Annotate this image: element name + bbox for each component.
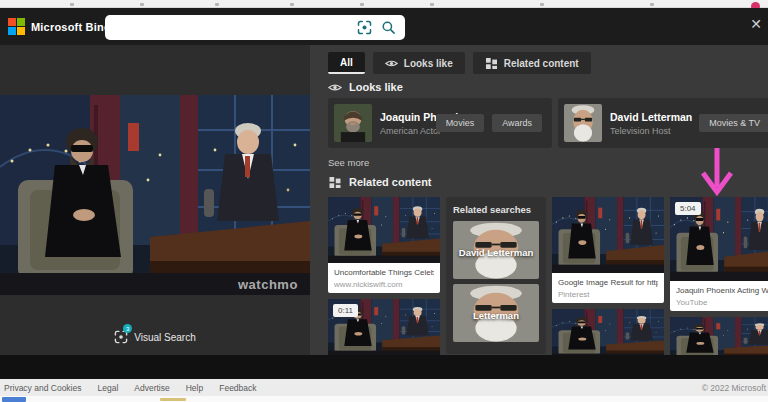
taskbar-item xyxy=(160,398,186,401)
browser-chrome-strip xyxy=(0,0,768,8)
brand-text: Microsoft Bing xyxy=(31,21,111,33)
taskbar-strip xyxy=(0,396,768,402)
related-search-label: Letterman xyxy=(453,310,539,321)
related-content-grid: Uncomfortable Things Celebs Actua... www… xyxy=(310,45,768,355)
related-thumbnail[interactable] xyxy=(670,317,768,355)
footer: Privacy and Cookies Legal Advertise Help… xyxy=(0,379,768,396)
visual-search-icon[interactable] xyxy=(357,20,372,35)
related-thumbnail[interactable] xyxy=(552,309,664,355)
card-source: YouTube xyxy=(676,298,768,307)
duration-badge: 0:11 xyxy=(333,304,358,317)
card-title: Google Image Result for http://imag... xyxy=(558,278,658,288)
visual-search-label: Visual Search xyxy=(134,332,196,343)
duration-badge: 5:04 xyxy=(675,202,701,215)
related-thumbnail[interactable] xyxy=(552,197,664,273)
results-panel: All Looks like Related content Looks lik… xyxy=(310,45,768,355)
microsoft-logo-icon xyxy=(8,18,25,35)
query-image[interactable] xyxy=(0,95,310,295)
taskbar-item xyxy=(2,397,26,402)
related-search-david-letterman[interactable]: David Letterman xyxy=(453,221,539,279)
card-source: www.nickiswift.com xyxy=(334,280,434,289)
bing-logo[interactable]: Microsoft Bing xyxy=(8,18,111,35)
search-box[interactable] xyxy=(105,15,405,40)
footer-link-advertise[interactable]: Advertise xyxy=(134,383,169,393)
close-icon[interactable]: ✕ xyxy=(750,16,762,32)
topbar: Microsoft Bing ✕ xyxy=(0,8,768,45)
footer-link-legal[interactable]: Legal xyxy=(97,383,118,393)
related-thumbnail[interactable]: 0:11 xyxy=(328,299,440,355)
related-search-label: David Letterman xyxy=(453,247,539,258)
related-card-caption[interactable]: Google Image Result for http://imag... P… xyxy=(552,273,664,303)
search-input[interactable] xyxy=(105,15,357,40)
related-card-caption[interactable]: Uncomfortable Things Celebs Actua... www… xyxy=(328,263,440,293)
image-preview-pane: watchmo 3 Visual Search xyxy=(0,45,310,355)
related-search-letterman[interactable]: Letterman xyxy=(453,284,539,342)
bing-visual-search-page: Microsoft Bing ✕ watchmo 3 Visual Search… xyxy=(0,0,768,402)
footer-link-privacy[interactable]: Privacy and Cookies xyxy=(4,383,81,393)
card-title: Uncomfortable Things Celebs Actua... xyxy=(334,268,434,278)
search-icon[interactable] xyxy=(381,20,396,35)
related-thumbnail-video[interactable]: 5:04 xyxy=(670,197,768,281)
visual-search-button[interactable]: 3 Visual Search xyxy=(0,330,310,344)
watermark: watchmo xyxy=(238,277,298,292)
related-thumbnail[interactable] xyxy=(328,197,440,263)
related-searches-card: Related searches David Letterman Letterm… xyxy=(446,197,546,354)
footer-link-feedback[interactable]: Feedback xyxy=(219,383,256,393)
visual-search-badge: 3 xyxy=(123,324,132,333)
page-divider xyxy=(0,355,768,379)
footer-link-help[interactable]: Help xyxy=(186,383,203,393)
card-title: Joaquin Phoenix Acting Weird on th... xyxy=(676,286,768,296)
card-source: Pinterest xyxy=(558,290,658,299)
copyright-text: © 2022 Microsoft xyxy=(702,383,766,393)
related-card-caption[interactable]: Joaquin Phoenix Acting Weird on th... Yo… xyxy=(670,281,768,311)
related-searches-header: Related searches xyxy=(453,204,539,215)
